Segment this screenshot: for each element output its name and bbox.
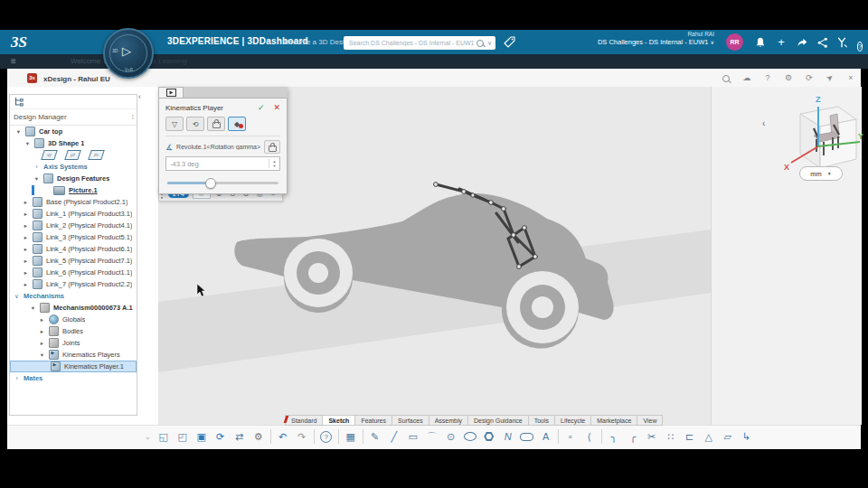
zx-plane-icon[interactable]: zx: [88, 150, 105, 160]
tree-item-planes[interactable]: xy yz zx: [10, 149, 137, 161]
tree-item-mates[interactable]: › Mates: [10, 372, 137, 384]
tree-item-globals[interactable]: ▸ Globals: [10, 314, 137, 325]
collapse-tree-icon[interactable]: ‹: [138, 92, 141, 101]
extrude-cube-icon[interactable]: ▱: [719, 427, 737, 446]
transfer-icon[interactable]: ⇄: [231, 427, 249, 446]
expander-icon[interactable]: ▸: [23, 234, 29, 241]
tab-lifecycle[interactable]: Lifecycle: [555, 415, 591, 426]
add-content-icon[interactable]: +: [774, 36, 788, 49]
toolbar-collapse-icon[interactable]: ⌄: [145, 433, 151, 441]
constraint-icon[interactable]: △: [700, 427, 718, 446]
3dcompass-widget[interactable]: ▷ 3D V+R: [103, 28, 154, 79]
slot-icon[interactable]: [518, 427, 536, 446]
tree-item-axis-systems[interactable]: › Axis Systems: [10, 161, 137, 173]
reset-playback-icon[interactable]: ⟲: [186, 117, 204, 131]
parameter-lock-icon[interactable]: [264, 140, 280, 154]
ellipse-icon[interactable]: [461, 427, 479, 446]
tab-view[interactable]: View: [637, 415, 663, 426]
expander-icon[interactable]: ▸: [39, 316, 45, 324]
expander-icon[interactable]: ▾: [33, 175, 40, 183]
expander-icon[interactable]: ▸: [23, 246, 29, 253]
close-icon[interactable]: ✕: [273, 103, 280, 112]
xy-plane-icon[interactable]: xy: [41, 150, 58, 160]
help-icon[interactable]: ?: [317, 427, 335, 446]
search-icon[interactable]: [476, 40, 484, 47]
tree-item-picture-1[interactable]: Picture.1: [10, 184, 137, 196]
fillet-icon[interactable]: ╮: [605, 427, 623, 446]
tools-icon[interactable]: [835, 36, 849, 49]
tree-structure-icon[interactable]: [14, 97, 24, 107]
exit-sketch-icon[interactable]: ↳: [738, 427, 756, 446]
lock-icon[interactable]: [207, 117, 225, 131]
tab-surfaces[interactable]: Surfaces: [392, 415, 429, 426]
cloud-icon[interactable]: ☁: [740, 72, 754, 84]
tree-item-link-2[interactable]: ▸ Link_2 (Physical Product4.1): [10, 220, 137, 231]
polyline-icon[interactable]: ⟨: [580, 427, 599, 446]
3ds-logo[interactable]: 3S: [11, 33, 27, 52]
arc-icon[interactable]: ⌒: [423, 427, 441, 446]
tree-item-bodies[interactable]: ▸ Bodies: [10, 325, 137, 337]
value-spinner[interactable]: ▲▼: [269, 159, 279, 168]
collapse-pane-icon[interactable]: ‹: [762, 118, 765, 128]
share-design-icon[interactable]: ◱: [155, 427, 173, 446]
tab-tools[interactable]: Tools: [529, 415, 555, 426]
avatar[interactable]: RR: [726, 33, 743, 51]
tab-marketplace[interactable]: Marketplace: [591, 415, 637, 426]
expander-icon[interactable]: ▾: [15, 128, 22, 136]
tree-item-mechanisms[interactable]: ∨ Mechanisms: [10, 290, 137, 302]
tree-item-link-4[interactable]: ▸ Link_4 (Physical Product6.1): [10, 243, 137, 255]
sync-icon[interactable]: ⟳: [212, 427, 230, 446]
expander-icon[interactable]: ▾: [39, 352, 45, 359]
search-input[interactable]: [347, 39, 476, 47]
settings-gear-icon[interactable]: ⚙: [250, 427, 268, 446]
corner-fillet-icon[interactable]: ╭: [624, 427, 642, 446]
expander-icon[interactable]: ▸: [23, 258, 29, 265]
redo-icon[interactable]: ↷: [293, 427, 311, 446]
help-icon[interactable]: ?: [760, 72, 775, 84]
tab-welcome[interactable]: Welcome ∨: [71, 57, 107, 65]
tree-item-link-7[interactable]: ▸ Link_7 (Physical Product2.2): [10, 278, 137, 290]
sketch-icon[interactable]: ✎: [366, 427, 384, 446]
tab-assembly[interactable]: Assembly: [429, 415, 468, 426]
kinematics-player-tab[interactable]: [158, 87, 184, 98]
tree-item-joints[interactable]: ▸ Joints: [10, 337, 137, 349]
units-dropdown[interactable]: mm ▼: [799, 166, 843, 181]
yz-plane-icon[interactable]: yz: [64, 150, 81, 160]
tree-item-car-top[interactable]: ▾ Car top: [10, 126, 137, 137]
tree-item-mechanism-673[interactable]: ▾ Mechanism00000673 A.1: [10, 302, 137, 314]
tree-item-3d-shape-1[interactable]: ▾ 3D Shape 1: [10, 137, 137, 149]
sync-icon[interactable]: ⟳: [802, 72, 816, 84]
tree-item-link-6[interactable]: ▸ Link_6 (Physical Product1.1): [10, 267, 137, 278]
record-icon[interactable]: ◆: [228, 117, 246, 131]
help-icon[interactable]: ?: [853, 36, 867, 49]
share-forward-icon[interactable]: [795, 36, 809, 49]
tree-item-kinematics-player-1[interactable]: Kinematics Player.1: [10, 361, 137, 372]
expander-icon[interactable]: ›: [33, 164, 40, 170]
expander-icon[interactable]: ▸: [23, 281, 29, 288]
kebab-menu-icon[interactable]: ⁞: [132, 113, 133, 121]
tree-item-base[interactable]: ▸ Base (Physical Product2.1): [10, 196, 137, 208]
offset-icon[interactable]: ⊏: [681, 427, 699, 446]
expander-icon[interactable]: ›: [14, 375, 20, 381]
spline-icon[interactable]: N: [499, 427, 517, 446]
text-icon[interactable]: A: [537, 427, 555, 446]
line-icon[interactable]: ╱: [385, 427, 403, 446]
trim-icon[interactable]: ✂: [643, 427, 661, 446]
tag-icon[interactable]: [503, 35, 516, 50]
project-elements-icon[interactable]: ∷: [662, 427, 680, 446]
expander-icon[interactable]: ▸: [39, 340, 45, 347]
expander-icon[interactable]: ▸: [23, 269, 29, 277]
undo-icon[interactable]: ↶: [274, 427, 292, 446]
circle-icon[interactable]: ⊙: [442, 427, 460, 446]
tab-standard[interactable]: Standard: [285, 415, 323, 426]
user-tenant-switcher[interactable]: Rahul RAI DS Challenges - DS Internal - …: [579, 31, 714, 47]
tab-design-guidance[interactable]: Design Guidance: [468, 415, 529, 426]
slider-handle[interactable]: [205, 178, 216, 189]
angle-value-input[interactable]: -43.3 deg ▲▼: [165, 156, 280, 171]
tree-item-link-5[interactable]: ▸ Link_5 (Physical Product7.1): [10, 255, 137, 267]
ok-check-icon[interactable]: ✓: [258, 103, 265, 112]
global-search[interactable]: ∨: [344, 36, 495, 50]
expander-icon[interactable]: ▾: [30, 305, 36, 312]
import-design-icon[interactable]: ◰: [174, 427, 192, 446]
tab-features[interactable]: Features: [355, 415, 392, 426]
